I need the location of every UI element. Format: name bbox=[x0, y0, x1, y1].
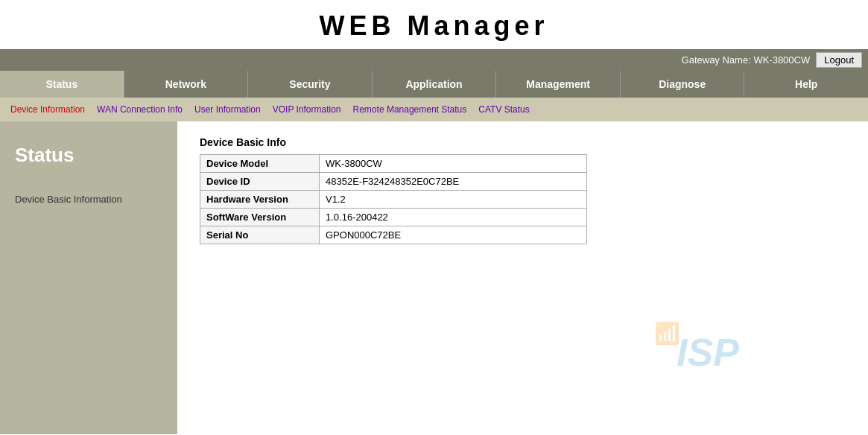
sidebar-title: Status bbox=[0, 136, 177, 189]
table-row: Serial NoGPON000C72BE bbox=[200, 226, 587, 244]
subnav-remote-management-status[interactable]: Remote Management Status bbox=[349, 103, 472, 116]
table-row: Hardware VersionV1.2 bbox=[200, 191, 587, 209]
device-info-table: Device ModelWK-3800CWDevice ID48352E-F32… bbox=[200, 154, 587, 244]
gateway-row: Gateway Name: WK-3800CW Logout bbox=[0, 49, 868, 71]
sub-nav: Device Information WAN Connection Info U… bbox=[0, 98, 868, 121]
subnav-voip-information[interactable]: VOIP Information bbox=[268, 103, 346, 116]
watermark-isp: ISP bbox=[677, 330, 739, 375]
table-cell-value: V1.2 bbox=[320, 191, 587, 209]
table-cell-value: 1.0.16-200422 bbox=[320, 209, 587, 226]
topbar: Gateway Name: WK-3800CW Logout Status Ne… bbox=[0, 49, 868, 121]
gateway-name: Gateway Name: WK-3800CW bbox=[682, 54, 811, 66]
subnav-user-information[interactable]: User Information bbox=[190, 103, 265, 116]
subnav-device-information[interactable]: Device Information bbox=[6, 103, 89, 116]
table-row: Device ID48352E-F324248352E0C72BE bbox=[200, 173, 587, 191]
main-nav: Status Network Security Application Mana… bbox=[0, 71, 868, 98]
layout: Status Device Basic Information Device B… bbox=[0, 121, 868, 434]
content-area: Device Basic Info Device ModelWK-3800CWD… bbox=[177, 121, 868, 434]
table-row: SoftWare Version1.0.16-200422 bbox=[200, 209, 587, 226]
sidebar-item-device-basic-information[interactable]: Device Basic Information bbox=[0, 189, 177, 209]
subnav-catv-status[interactable]: CATV Status bbox=[474, 103, 533, 116]
table-cell-label: Serial No bbox=[200, 226, 320, 244]
table-cell-value: WK-3800CW bbox=[320, 155, 587, 173]
page-title: WEB Manager bbox=[0, 10, 868, 42]
page-header: WEB Manager bbox=[0, 0, 868, 49]
table-cell-value: 48352E-F324248352E0C72BE bbox=[320, 173, 587, 191]
subnav-wan-connection-info[interactable]: WAN Connection Info bbox=[92, 103, 187, 116]
nav-item-diagnose[interactable]: Diagnose bbox=[621, 71, 745, 98]
table-cell-label: SoftWare Version bbox=[200, 209, 320, 226]
table-cell-label: Device ID bbox=[200, 173, 320, 191]
device-info-table-body: Device ModelWK-3800CWDevice ID48352E-F32… bbox=[200, 155, 587, 244]
content-wrapper: Device Basic Info Device ModelWK-3800CWD… bbox=[200, 136, 846, 244]
table-cell-value: GPON000C72BE bbox=[320, 226, 587, 244]
sidebar: Status Device Basic Information bbox=[0, 121, 177, 434]
nav-item-network[interactable]: Network bbox=[124, 71, 249, 98]
table-row: Device ModelWK-3800CW bbox=[200, 155, 587, 173]
section-title: Device Basic Info bbox=[200, 136, 846, 148]
table-cell-label: Hardware Version bbox=[200, 191, 320, 209]
nav-item-application[interactable]: Application bbox=[373, 71, 497, 98]
nav-item-security[interactable]: Security bbox=[248, 71, 373, 98]
table-cell-label: Device Model bbox=[200, 155, 320, 173]
nav-item-help[interactable]: Help bbox=[744, 71, 868, 98]
nav-item-status[interactable]: Status bbox=[0, 71, 124, 98]
watermark-wifi-icon: 📶 bbox=[654, 321, 680, 346]
logout-button[interactable]: Logout bbox=[816, 52, 862, 68]
nav-item-management[interactable]: Management bbox=[496, 71, 621, 98]
